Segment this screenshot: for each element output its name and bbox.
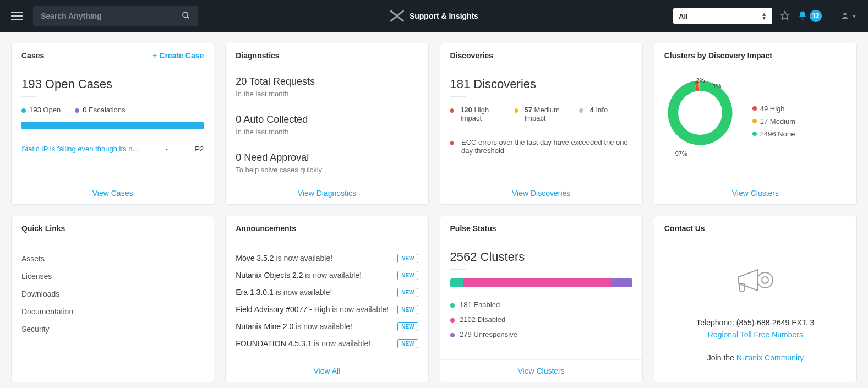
diagnostics-title: Diagnostics [236,51,279,60]
community-link[interactable]: Nutanix Community [736,353,804,362]
pulse-legend-item: 181 Enabled [450,297,632,312]
discovery-stat: 120 High Impact [450,106,504,122]
cases-title: Cases [21,51,44,60]
discoveries-card: Discoveries 181 Discoveries 120 High Imp… [440,43,643,205]
announcement-text: Move 3.5.2 is now available! [236,254,392,263]
telephone-line: Telephone: (855)-688-2649 EXT. 3 [664,318,847,327]
donut-pct-medium: 1% [713,83,722,89]
top-bar: Support & Insights All ▲▼ 12 ▼ [0,0,868,32]
discovery-alert[interactable]: ECC errors over the last day have exceed… [450,130,632,155]
svg-point-7 [757,272,773,288]
notification-count-badge: 12 [810,10,822,22]
new-badge: NEW [397,288,418,297]
announcements-card: Announcements Move 3.5.2 is now availabl… [225,216,428,382]
contact-title: Contact Us [664,224,705,233]
alert-dot-icon [450,141,454,145]
pulse-heading: 2562 Clusters [450,250,632,264]
quick-link-item[interactable]: Security [21,320,204,338]
svg-point-4 [673,86,727,140]
discovery-stat: 57 Medium Impact [515,106,568,122]
case-status: - [166,145,168,153]
community-line: Join the Nutanix Community [664,353,847,362]
quick-links-title: Quick Links [21,224,65,233]
quick-link-item[interactable]: Documentation [21,303,204,320]
announcement-item[interactable]: Field Advisory #0077 - High is now avail… [236,301,418,318]
alert-text: ECC errors over the last day have exceed… [461,138,632,155]
quick-link-item[interactable]: Downloads [21,285,204,303]
case-link[interactable]: Static IP is failing even though its n..… [21,145,138,153]
view-clusters-impact-link[interactable]: View Clusters [732,189,779,198]
view-diagnostics-link[interactable]: View Diagnostics [298,189,356,198]
new-badge: NEW [397,322,418,331]
announcement-item[interactable]: Nutanix Objects 2.2 is now available!NEW [236,267,418,284]
dashboard-grid: Cases + Create Case 193 Open Cases 193 O… [0,32,868,388]
search-input[interactable] [41,12,182,20]
legend-dot-icon [752,106,757,111]
stat-dot-icon [579,108,583,113]
case-row[interactable]: Static IP is failing even though its n..… [21,145,204,153]
new-badge: NEW [397,339,418,348]
announcement-text: FOUNDATION 4.5.3.1 is now available! [236,339,392,348]
discovery-stat: 4 Info [579,106,632,122]
svg-point-8 [762,277,768,283]
star-icon[interactable] [780,10,790,22]
diag-heading: 0 Need Approval [236,152,418,163]
create-case-link[interactable]: + Create Case [152,51,204,60]
quick-link-item[interactable]: Assets [21,250,204,267]
brand: Support & Insights [390,10,478,22]
clusters-impact-card: Clusters by Discovery Impact 2% 1% 97% 4… [654,43,857,205]
announcement-item[interactable]: FOUNDATION 4.5.3.1 is now available!NEW [236,335,418,352]
svg-point-3 [843,12,846,15]
search-container [33,6,198,26]
svg-point-0 [183,12,188,17]
legend-dot-icon [450,318,455,323]
diag-sub: To help solve cases quickly [236,166,418,174]
diag-heading: 20 Total Requests [236,76,418,88]
pulse-legend-item: 279 Unresponsive [450,327,632,342]
stat-dot-icon [515,108,518,113]
notifications-button[interactable]: 12 [798,10,822,22]
view-all-announcements-link[interactable]: View All [313,367,340,375]
divider [21,96,37,97]
legend-item: 17 Medium [752,117,795,125]
donut-chart: 2% 1% 97% [664,77,741,165]
new-badge: NEW [397,305,418,314]
regional-numbers-link[interactable]: Regional Toll Free Numbers [708,330,803,339]
user-menu[interactable]: ▼ [840,11,857,21]
legend-dot-icon [752,119,757,123]
pulse-segment [450,278,463,287]
announcements-title: Announcements [236,224,296,233]
bell-icon [798,10,807,22]
view-discoveries-link[interactable]: View Discoveries [512,189,570,198]
megaphone-icon [733,263,777,302]
quick-link-item[interactable]: Licenses [21,267,204,285]
view-clusters-pulse-link[interactable]: View Clusters [517,367,564,375]
clusters-impact-title: Clusters by Discovery Impact [664,51,772,60]
announcement-item[interactable]: Nutanix Mine 2.0 is now available!NEW [236,318,418,335]
pulse-stacked-bar [450,278,632,287]
svg-line-1 [187,17,189,18]
new-badge: NEW [397,271,418,280]
case-priority: P2 [195,145,204,153]
announcement-text: Field Advisory #0077 - High is now avail… [236,305,392,314]
hamburger-menu-icon[interactable] [11,12,23,20]
chevron-down-icon: ▼ [851,13,857,19]
pulse-status-card: Pulse Status 2562 Clusters 181 Enabled 2… [440,216,643,382]
announcement-item[interactable]: Move 3.5.2 is now available!NEW [236,250,418,267]
open-cases-stat: 193 Open [21,106,61,114]
diagnostics-block: 20 Total RequestsIn the last month [226,68,428,106]
cases-progress-bar [21,122,204,129]
search-icon[interactable] [182,11,190,21]
diagnostics-block: 0 Need ApprovalTo help solve cases quick… [226,144,428,182]
announcement-item[interactable]: Era 1.3.0.1 is now available!NEW [236,284,418,301]
pulse-title: Pulse Status [450,224,496,233]
view-cases-link[interactable]: View Cases [92,189,133,198]
announcement-text: Era 1.3.0.1 is now available! [236,288,392,297]
legend-dot-icon [450,303,455,308]
filter-select[interactable]: All ▲▼ [673,8,772,24]
escalations-stat: 0 Escalations [75,106,125,114]
diag-sub: In the last month [236,128,418,136]
filter-selected-value: All [679,12,688,20]
stat-dot-icon [450,108,454,113]
pulse-legend-item: 2102 Disabled [450,312,632,327]
